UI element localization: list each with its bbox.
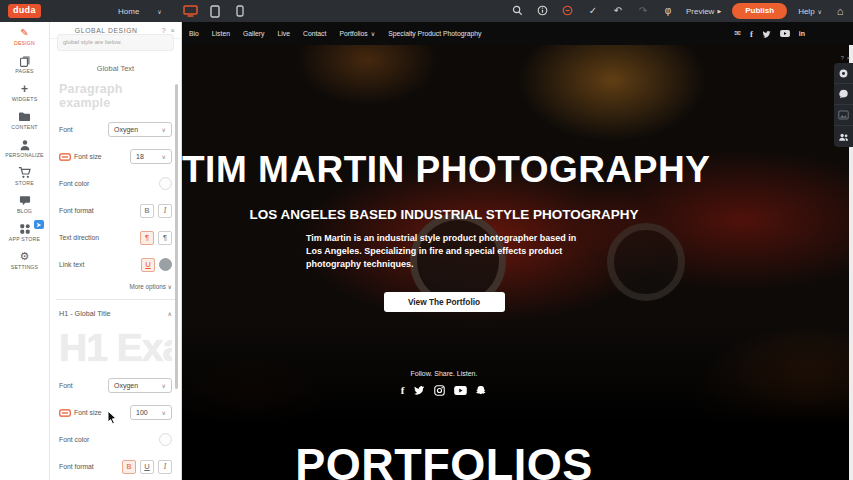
link-color-swatch[interactable] [159,258,172,271]
twitter-icon[interactable] [413,384,425,396]
collaborators-tool-button[interactable] [834,126,853,147]
redo-button[interactable]: ↷ [636,6,650,16]
help-dropdown[interactable]: Help ∨ [798,7,822,16]
navbar-social-icons: ✉ f in [734,22,805,45]
italic-button[interactable]: I [158,460,172,474]
h1-font-color-swatch[interactable] [159,433,172,446]
bold-button[interactable]: B [140,204,154,218]
sidebar-item-blog[interactable]: BLOG [0,190,49,218]
hero-description[interactable]: Tim Martin is an industrial style produc… [306,232,582,270]
sidebar-item-content[interactable]: CONTENT [0,106,49,134]
font-value: Oxygen [114,126,138,133]
sidebar-item-store[interactable]: STORE [0,162,49,190]
facebook-icon[interactable]: f [401,384,405,396]
capture-tool-button[interactable] [834,63,853,84]
rtl-direction-button[interactable]: ¶ [158,231,172,245]
youtube-icon[interactable] [780,30,790,37]
italic-button[interactable]: I [158,204,172,218]
view-portfolio-button[interactable]: View The Portfolio [384,292,505,312]
font-size-value: 18 [136,153,144,160]
text-font-size-select[interactable]: 18 ∨ [130,149,172,164]
nav-link-live[interactable]: Live [278,30,290,37]
desktop-view-button[interactable] [182,3,198,19]
h1-font-select[interactable]: Oxygen ∨ [108,378,172,393]
pages-icon [19,55,31,67]
sidebar-item-app-store[interactable]: APP STORE [0,218,49,246]
undo-button[interactable]: ↶ [611,6,625,16]
sidebar-item-settings[interactable]: ⚙ SETTINGS [0,246,49,274]
editor-topbar: duda Home ∨ [0,0,853,22]
hero-title[interactable]: TIM MARTIN PHOTOGRAPHY [182,45,706,191]
nav-link-specialty[interactable]: Specialty Product Photography [388,30,481,37]
done-button[interactable]: ✓ [586,6,600,16]
help-label: Help [798,7,814,16]
sidebar-label: WIDGETS [12,96,38,102]
search-button[interactable] [511,5,525,18]
font-size-label: Font size [59,153,102,161]
nav-link-bio[interactable]: Bio [189,30,199,37]
portfolios-title[interactable]: PORTFOLIOS [182,432,706,480]
sidebar-label: CONTENT [11,124,37,130]
mobile-view-button[interactable] [232,3,248,19]
chevron-up-icon: ∧ [168,310,172,317]
toolbar-help-button[interactable]: ? [841,55,844,61]
preview-button[interactable]: Preview ▶ [686,7,721,16]
nav-link-listen[interactable]: Listen [212,30,230,37]
camera-icon [838,68,849,79]
toolbar-close-button[interactable]: × [847,55,850,61]
hero-subtitle[interactable]: LOS ANGELES BASED INDUSTRIAL STYLE PHOTO… [182,207,706,222]
link-underline-button[interactable]: U [141,258,155,272]
chevron-down-icon: ∨ [818,8,822,15]
sidebar-item-widgets[interactable]: + WIDGETS [0,78,49,106]
more-options-link[interactable]: More options ∨ [59,283,172,290]
sidebar-item-design[interactable]: ✎ DESIGN [0,22,49,50]
twitter-icon[interactable] [762,30,771,38]
nav-link-contact[interactable]: Contact [303,30,326,37]
sidebar-label: PAGES [15,68,34,74]
info-button[interactable] [536,5,550,18]
hero-tagline[interactable]: Follow. Share. Listen. [182,370,706,377]
sidebar-item-pages[interactable]: PAGES [0,50,49,78]
panel-scrollbar[interactable] [175,84,178,389]
publish-button[interactable]: Publish [732,3,787,19]
media-tool-button[interactable] [834,105,853,126]
nav-link-portfolios[interactable]: Portfolios ∨ [339,30,375,37]
sidebar-label: STORE [15,180,34,186]
snapchat-icon[interactable] [476,384,487,396]
text-font-color-swatch[interactable] [159,177,172,190]
linkedin-icon[interactable]: in [799,30,805,37]
preview-label: Preview [686,7,714,16]
topbar-actions: ✓ ↶ ↷ φ Preview ▶ Publish Help ∨ ⌂ [511,3,847,19]
dashboard-home-button[interactable]: ⌂ [833,6,847,17]
badge-arrow-icon [36,222,42,228]
instagram-icon[interactable] [434,384,445,396]
youtube-icon[interactable] [454,384,467,396]
panel-title: GLOBAL DESIGN [56,27,156,34]
link-text-label: Link text [59,261,84,268]
h1-font-size-select[interactable]: 100 ∨ [130,405,172,420]
tablet-view-button[interactable] [207,3,223,19]
h1-section-header[interactable]: H1 - Global Title ∧ [59,309,172,318]
design-icon: ✎ [20,27,28,39]
play-icon: ▶ [717,8,721,14]
right-toolbar-header: ? × [834,55,853,63]
underline-button[interactable]: U [140,460,154,474]
app-store-notification-badge [34,220,44,229]
text-font-select[interactable]: Oxygen ∨ [108,122,172,137]
device-switcher [182,3,248,19]
dev-mode-button[interactable]: φ [661,6,675,16]
text-font-color-row: Font color [59,176,172,191]
email-icon[interactable]: ✉ [734,29,741,38]
bold-button[interactable]: B [122,460,136,474]
comments-button[interactable] [561,5,575,18]
font-size-icon [59,153,71,161]
duda-logo[interactable]: duda [8,4,41,18]
facebook-icon[interactable]: f [750,29,753,39]
nav-link-gallery[interactable]: Gallery [243,30,265,37]
sidebar-item-personalize[interactable]: PERSONALIZE [0,134,49,162]
ltr-direction-button[interactable]: ¶ [140,231,154,245]
page-selector-value: Home [118,7,139,16]
comments-tool-button[interactable] [834,84,853,105]
font-color-label: Font color [59,436,89,443]
page-selector-dropdown[interactable]: Home ∨ [118,7,162,16]
